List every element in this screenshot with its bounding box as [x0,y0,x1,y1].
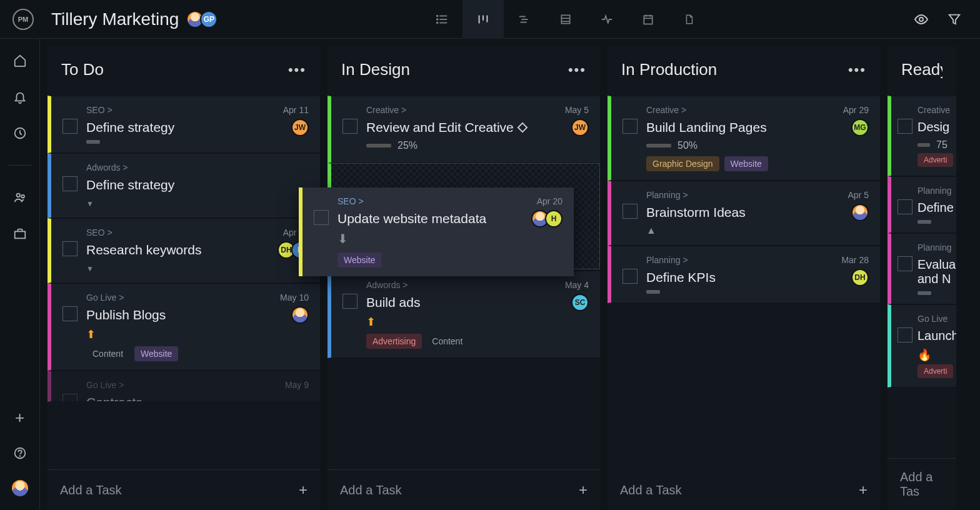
task-card[interactable]: SEO > Define strategy Apr 11 JW [48,96,320,153]
visibility-icon[interactable] [914,12,929,27]
task-checkbox[interactable] [622,269,638,284]
portfolio-icon[interactable] [13,227,27,241]
app-logo[interactable]: PM [12,9,34,30]
task-checkbox[interactable] [898,199,912,214]
assignee-avatar[interactable]: JW [571,119,589,136]
assignee-avatar[interactable]: H [545,210,562,228]
task-tag[interactable]: Advertising [366,334,422,349]
task-card[interactable]: Planning Define [888,176,956,233]
assignee-avatar[interactable] [851,204,869,221]
add-icon[interactable]: + [15,408,24,428]
task-checkbox[interactable] [314,210,329,225]
task-category: Creative [918,105,953,115]
column-menu-icon[interactable]: ••• [288,62,306,78]
task-date: Apr 11 [283,105,309,115]
current-user-avatar[interactable] [11,479,29,498]
task-checkbox[interactable] [62,241,78,256]
column-title: To Do [61,60,104,79]
view-tab-gantt[interactable] [504,0,545,39]
assignee-avatar[interactable]: SC [571,294,589,311]
priority-critical-icon: 🔥 [918,348,956,362]
task-card[interactable]: Planning > Define KPIs Mar 28 DH [608,246,880,303]
task-card[interactable]: Creative Desig 75 Adverti [888,96,956,176]
task-category: SEO > [86,105,309,115]
task-card[interactable]: Go Live > Contracts May 9 [48,371,320,402]
column-title: In Production [621,60,717,79]
assignee-avatar[interactable]: MG [851,119,869,136]
task-tag[interactable]: Adverti [918,153,953,167]
help-icon[interactable] [13,446,27,460]
task-checkbox[interactable] [342,119,358,134]
task-checkbox[interactable] [898,328,912,342]
task-checkbox[interactable] [62,119,78,134]
view-tab-files[interactable] [669,0,710,39]
task-tag[interactable]: Graphic Design [646,156,719,171]
task-tag[interactable]: Website [134,346,178,361]
dragging-task-card[interactable]: SEO > Update website metadata ⬇ Website … [299,188,574,276]
svg-rect-15 [644,16,652,24]
view-tab-list[interactable] [421,0,462,39]
task-card[interactable]: Planning Evalua and N [888,233,956,304]
filter-icon[interactable] [948,12,961,27]
task-checkbox[interactable] [342,294,358,309]
notifications-icon[interactable] [13,90,27,104]
task-title: Build Landing Pages [646,120,869,135]
task-card[interactable]: Planning > Brainstorm Ideas ▲ Apr 5 [608,181,880,246]
task-category: Go Live > [86,380,309,390]
task-tag[interactable]: Content [427,334,468,349]
task-checkbox[interactable] [62,394,78,402]
task-card[interactable]: Creative > Review and Edit Creative 25% … [328,96,600,163]
column-in-design: In Design ••• Creative > Review and Edit… [328,46,600,510]
task-tag[interactable]: Website [724,156,768,171]
svg-point-23 [21,195,24,198]
team-icon[interactable] [13,191,27,204]
task-date: May 9 [285,380,309,390]
home-icon[interactable] [13,54,27,68]
view-tab-board[interactable] [462,0,504,39]
view-tab-calendar[interactable] [628,0,669,39]
task-card[interactable]: Go Live Launch 🔥 Adverti [888,304,956,388]
column-menu-icon[interactable]: ••• [568,62,586,78]
add-task-button[interactable]: Add a Tas [888,458,956,510]
project-members[interactable]: GP [190,11,218,28]
expand-icon[interactable] [86,198,94,209]
assignee-avatar[interactable]: JW [291,119,309,136]
task-checkbox[interactable] [62,176,78,191]
task-card[interactable]: SEO > Research keywords Apr 13 DH P [48,218,320,283]
column-menu-icon[interactable]: ••• [848,62,866,78]
task-category: SEO > [338,196,562,206]
task-checkbox[interactable] [62,306,78,321]
progress-bar [646,144,671,148]
add-task-button[interactable]: Add a Task+ [608,470,880,510]
task-title: Define strategy [86,120,309,135]
add-task-button[interactable]: Add a Task+ [328,469,600,510]
task-card[interactable]: Adwords > Define strategy [48,153,320,218]
task-tag[interactable]: Website [338,252,381,268]
task-checkbox[interactable] [898,119,912,134]
assignee-avatar[interactable]: DH [851,269,869,286]
task-tag[interactable]: Content [86,346,129,361]
task-checkbox[interactable] [898,256,912,271]
task-category: Planning > [646,255,869,265]
task-date: May 10 [280,292,309,302]
task-title: Define [918,201,954,215]
assignee-avatar[interactable] [291,306,309,324]
priority-high-icon: ⬆ [86,328,309,341]
view-tab-sheet[interactable] [545,0,586,39]
add-task-button[interactable]: Add a Task+ [48,469,320,510]
plus-icon: + [299,481,308,499]
task-tag[interactable]: Adverti [918,364,953,378]
task-card[interactable]: Go Live > Publish Blogs ⬆ Content Websit… [48,283,320,371]
view-tab-activity[interactable] [586,0,628,39]
task-card[interactable]: Adwords > Build ads ⬆ Advertising Conten… [328,271,600,358]
svg-point-3 [437,15,438,16]
expand-icon[interactable] [86,262,94,274]
recents-icon[interactable] [13,126,27,140]
svg-marker-20 [949,14,960,24]
avatar[interactable]: GP [200,11,218,28]
task-checkbox[interactable] [622,204,638,219]
progress-text: 25% [398,140,418,151]
svg-rect-24 [14,231,25,238]
task-card[interactable]: Creative > Build Landing Pages 50% Graph… [608,96,880,181]
task-checkbox[interactable] [622,119,638,134]
